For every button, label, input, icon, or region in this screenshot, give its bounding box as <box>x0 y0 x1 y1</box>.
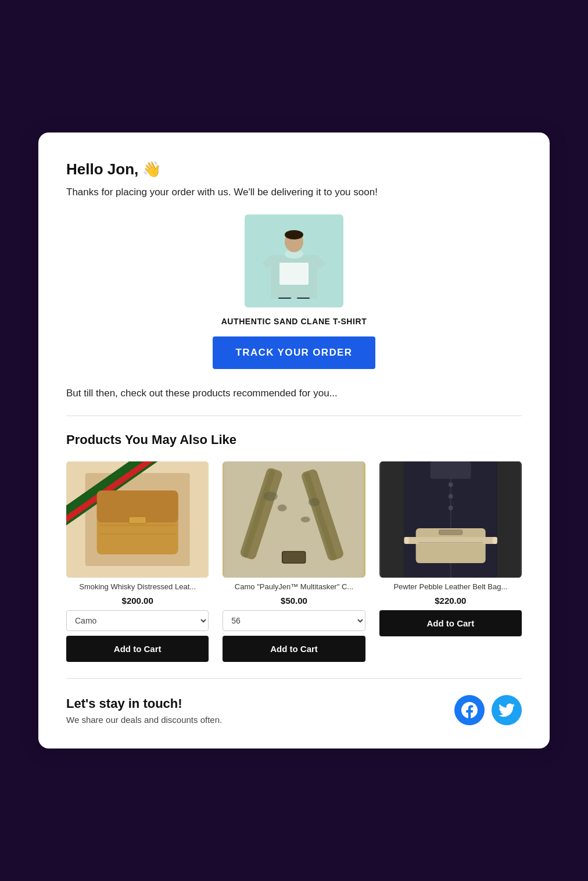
product-1-price: $200.00 <box>66 596 209 606</box>
svg-rect-16 <box>129 517 146 524</box>
track-order-button[interactable]: TRACK YOUR ORDER <box>213 336 375 369</box>
svg-rect-24 <box>282 551 306 563</box>
footer-divider <box>66 678 522 679</box>
svg-point-34 <box>448 482 453 487</box>
email-card: Hello Jon, 👋 Thanks for placing your ord… <box>38 132 550 749</box>
products-grid: Smoking Whisky Distressed Leat... $200.0… <box>66 461 522 662</box>
strap-image <box>223 461 365 578</box>
svg-rect-5 <box>279 263 309 285</box>
svg-rect-33 <box>430 461 471 479</box>
greeting-heading: Hello Jon, 👋 <box>66 160 522 178</box>
product-thumb-2 <box>223 461 365 578</box>
wave-emoji: 👋 <box>142 160 161 178</box>
footer-subtitle: We share our deals and discounts often. <box>66 715 222 725</box>
product-2-name: Camo "PaulyJen™ Multitasker" C... <box>223 582 365 591</box>
product-2-price: $50.00 <box>223 596 365 606</box>
footer-section: Let's stay in touch! We share our deals … <box>66 695 522 725</box>
ordered-product-image <box>245 214 343 307</box>
tshirt-illustration <box>262 223 326 299</box>
footer-text-block: Let's stay in touch! We share our deals … <box>66 696 222 725</box>
product-3-price: $220.00 <box>379 596 522 606</box>
product-thumb-3 <box>379 461 522 578</box>
section-divider <box>66 416 522 416</box>
product-2-variant-select[interactable]: 56 57 58 <box>223 610 365 631</box>
svg-point-25 <box>264 492 278 501</box>
ordered-product-name: AUTHENTIC SAND CLANE T-SHIRT <box>66 317 522 326</box>
intro-text: Thanks for placing your order with us. W… <box>66 187 522 198</box>
footer-title: Let's stay in touch! <box>66 696 222 711</box>
ordered-product-image-container <box>66 214 522 307</box>
svg-point-27 <box>309 498 320 506</box>
svg-point-26 <box>278 504 287 511</box>
product-thumb-1 <box>66 461 209 578</box>
greeting-text: Hello Jon, <box>66 160 138 178</box>
product-2-add-to-cart[interactable]: Add to Cart <box>223 636 365 662</box>
bag-image <box>66 461 209 578</box>
svg-point-28 <box>301 517 310 522</box>
svg-point-36 <box>448 506 453 510</box>
social-icons-container <box>454 695 522 725</box>
product-1-variant-select[interactable]: Camo Black Brown <box>66 610 209 631</box>
product-card-1: Smoking Whisky Distressed Leat... $200.0… <box>66 461 209 662</box>
svg-rect-40 <box>492 537 497 544</box>
svg-rect-6 <box>278 298 291 299</box>
product-3-name: Pewter Pebble Leather Belt Bag... <box>379 582 522 591</box>
svg-rect-39 <box>404 537 408 544</box>
svg-rect-7 <box>297 298 310 299</box>
svg-point-8 <box>285 230 303 239</box>
svg-point-35 <box>448 494 453 499</box>
product-3-add-to-cart[interactable]: Add to Cart <box>379 610 522 636</box>
product-1-name: Smoking Whisky Distressed Leat... <box>66 582 209 591</box>
recommendation-intro: But till then, check out these products … <box>66 388 522 399</box>
product-card-3: Pewter Pebble Leather Belt Bag... $220.0… <box>379 461 522 662</box>
belt-bag-image <box>379 461 522 578</box>
facebook-icon[interactable] <box>454 695 485 725</box>
products-section-title: Products You May Also Like <box>66 432 522 447</box>
twitter-icon[interactable] <box>492 695 522 725</box>
svg-rect-41 <box>439 530 462 535</box>
product-1-add-to-cart[interactable]: Add to Cart <box>66 636 209 662</box>
product-card-2: Camo "PaulyJen™ Multitasker" C... $50.00… <box>223 461 365 662</box>
